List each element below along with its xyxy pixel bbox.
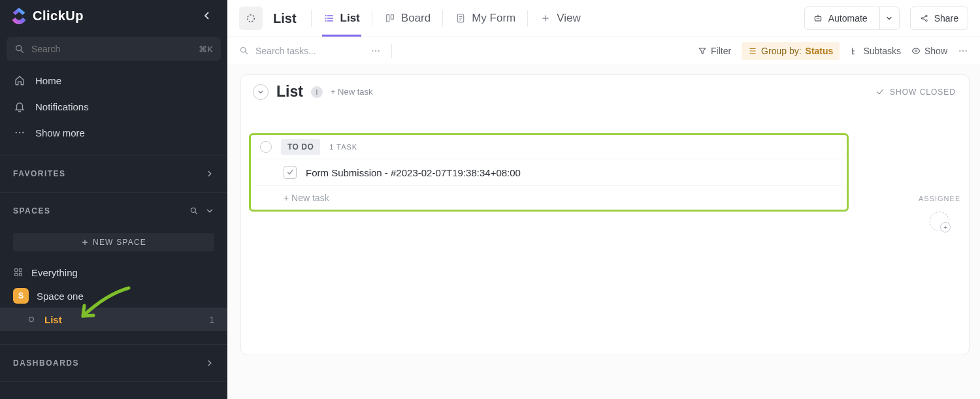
svg-point-30 [966,50,967,51]
share-label: Share [934,13,958,24]
svg-point-29 [962,50,964,51]
section-favorites-label: FAVORITES [13,169,66,178]
collapse-sidebar-button[interactable] [199,7,216,24]
plus-icon [81,238,89,246]
filter-button[interactable]: Filter [698,46,731,56]
collapse-list-button[interactable] [253,84,269,100]
task-checkbox[interactable] [284,166,297,179]
tab-board-label: Board [401,12,431,25]
logo[interactable]: ClickUp [9,6,84,25]
task-search-input[interactable] [255,46,360,56]
plus-icon [540,12,551,24]
more-icon [13,126,26,139]
tree-space-one[interactable]: S Space one [0,284,227,308]
space-badge: S [13,288,29,304]
tree-everything[interactable]: Everything [0,261,227,284]
svg-rect-8 [19,273,22,276]
new-space-button[interactable]: NEW SPACE [13,233,214,251]
add-task-button[interactable]: + New task [255,186,843,203]
page-title: List [273,11,301,26]
chevron-right-icon [205,169,214,178]
section-spaces-label: SPACES [13,206,50,215]
svg-rect-7 [15,273,18,276]
tab-board[interactable]: Board [383,0,432,37]
svg-rect-6 [19,269,22,272]
svg-point-2 [19,132,20,133]
svg-point-26 [378,50,380,51]
automate-dropdown[interactable] [879,7,899,29]
sidebar: ClickUp ⌘K Home Notifications Show more … [0,0,227,399]
tree-list[interactable]: List 1 [0,308,227,331]
tab-list[interactable]: List [322,0,361,37]
nav-notifications[interactable]: Notifications [0,93,227,120]
svg-rect-17 [815,16,821,21]
nav-show-more-label: Show more [35,127,85,138]
bell-icon [13,100,26,113]
new-task-top[interactable]: + New task [331,87,373,97]
list-ring-icon [26,314,37,325]
svg-point-19 [818,18,819,20]
show-closed-button[interactable]: SHOW CLOSED [875,88,956,97]
chevron-right-icon [205,359,214,368]
tab-my-form-label: My Form [472,12,515,25]
toolbar: Filter Group by: Status Subtasks Show [227,37,980,64]
section-favorites[interactable]: FAVORITES [0,155,227,192]
logo-mark-icon [9,6,29,25]
board-view-icon [384,12,396,24]
filter-label: Filter [711,46,731,56]
spaces-search-icon[interactable] [189,206,199,215]
global-search[interactable]: ⌘K [7,37,221,61]
subtasks-button[interactable]: Subtasks [850,46,901,56]
status-label[interactable]: TO DO [281,139,320,155]
assignee-add[interactable] [930,212,949,231]
global-search-input[interactable] [31,44,192,54]
svg-point-4 [191,208,195,212]
chevron-down-icon [257,88,265,96]
nav-show-more[interactable]: Show more [0,120,227,146]
search-icon [239,46,249,56]
filter-icon [698,46,707,56]
section-spaces[interactable]: SPACES [0,193,227,229]
list-panel: List i + New task SHOW CLOSED TO DO 1 TA… [240,74,970,355]
chevron-left-icon [201,10,213,22]
list-header-icon[interactable] [239,7,263,30]
dots-icon [370,46,381,56]
form-view-icon [455,12,466,24]
show-closed-label: SHOW CLOSED [890,88,956,97]
section-dashboards-label: DASHBOARDS [13,359,79,368]
group-by-button[interactable]: Group by: Status [742,42,840,60]
robot-icon [813,13,823,24]
status-group-todo: TO DO 1 TASK Form Submission - #2023-02-… [249,133,849,212]
nav-notifications-label: Notifications [35,101,89,112]
section-dashboards[interactable]: DASHBOARDS [0,345,227,381]
tab-add-view[interactable]: View [538,0,582,37]
svg-point-1 [16,132,17,133]
tab-my-form[interactable]: My Form [453,0,517,37]
automate-button[interactable]: Automate [804,7,900,30]
tree-space-one-label: Space one [37,291,84,302]
home-icon [13,74,26,87]
chevron-down-icon [205,206,214,215]
svg-point-24 [372,50,373,51]
svg-point-3 [22,132,24,133]
search-options[interactable] [370,46,381,56]
toolbar-more[interactable] [958,46,968,56]
subtasks-icon [850,46,859,56]
svg-point-25 [375,50,376,51]
task-row[interactable]: Form Submission - #2023-02-07T19:38:34+0… [255,159,843,186]
new-space-label: NEW SPACE [93,238,146,247]
group-by-label: Group by: [761,46,801,56]
status-toggle[interactable] [260,141,272,153]
svg-rect-14 [386,15,389,22]
info-icon[interactable]: i [311,86,323,98]
svg-point-11 [325,15,326,16]
tab-list-label: List [340,12,360,25]
svg-rect-15 [391,15,393,20]
svg-point-0 [16,46,22,51]
share-button[interactable]: Share [910,7,968,30]
show-button[interactable]: Show [911,46,947,56]
nav-home[interactable]: Home [0,67,227,93]
task-search[interactable] [239,46,360,56]
nav-home-label: Home [35,75,61,86]
tree-everything-label: Everything [31,267,78,278]
